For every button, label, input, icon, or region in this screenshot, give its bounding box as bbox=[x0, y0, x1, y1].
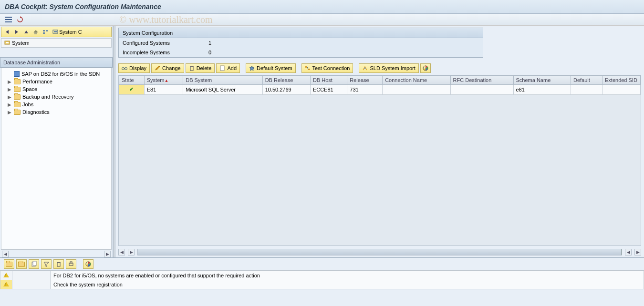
sld-import-button[interactable]: SLD System Import bbox=[359, 63, 418, 73]
btn-label: Delete bbox=[197, 65, 212, 71]
nav-up-icon[interactable] bbox=[22, 28, 31, 36]
btn-label: SLD System Import bbox=[370, 65, 415, 71]
svg-rect-2 bbox=[5, 21, 12, 22]
scroll-left-icon[interactable]: ◀ bbox=[118, 249, 125, 255]
col-db-host[interactable]: DB Host bbox=[310, 76, 347, 85]
scroll-left-icon[interactable]: ◀ bbox=[625, 249, 632, 255]
folder-icon bbox=[14, 94, 21, 100]
left-scrollbar[interactable]: ◀ ▶ bbox=[0, 250, 113, 257]
add-button[interactable]: Add bbox=[216, 63, 240, 73]
refresh-icon[interactable] bbox=[15, 15, 25, 24]
svg-marker-4 bbox=[6, 30, 9, 34]
col-ext-sid[interactable]: Extended SID bbox=[602, 76, 641, 85]
cell-db-system: Microsoft SQL Server bbox=[183, 85, 262, 95]
systems-table: State System▲ DB System DB Release DB Ho… bbox=[118, 75, 641, 246]
svg-line-26 bbox=[307, 67, 308, 70]
trash-icon bbox=[189, 65, 195, 71]
nav-tree-icon[interactable] bbox=[41, 28, 50, 36]
svg-point-27 bbox=[364, 68, 366, 69]
default-system-button[interactable]: Default System bbox=[246, 63, 296, 73]
color-legend-button[interactable] bbox=[420, 63, 431, 73]
copy-icon[interactable] bbox=[29, 259, 39, 269]
scroll-thumb[interactable] bbox=[138, 249, 622, 255]
col-conn-name[interactable]: Connection Name bbox=[383, 76, 450, 85]
tree-label: Backup and Recovery bbox=[22, 94, 74, 100]
info-row-configured: Configured Systems 1 bbox=[119, 38, 483, 48]
tree-item-performance[interactable]: ▶ Performance bbox=[2, 78, 110, 85]
message-row[interactable]: Check the system registration bbox=[0, 280, 644, 289]
scroll-right-icon[interactable]: ▶ bbox=[128, 249, 135, 255]
btn-label: Test Connection bbox=[312, 65, 350, 71]
scroll-left-icon[interactable]: ◀ bbox=[2, 251, 9, 257]
svg-rect-25 bbox=[308, 69, 310, 70]
tree-item-backup[interactable]: ▶ Backup and Recovery bbox=[2, 93, 110, 101]
col-release[interactable]: Release bbox=[347, 76, 383, 85]
filter-icon[interactable] bbox=[41, 259, 52, 269]
col-rfc[interactable]: RFC Destination bbox=[450, 76, 513, 85]
check-icon: ✔ bbox=[128, 86, 135, 93]
right-h-scrollbar[interactable]: ◀ ▶ ◀ ▶ bbox=[118, 248, 641, 256]
folder-closed-icon[interactable] bbox=[16, 259, 27, 269]
nav-system-button[interactable]: System C bbox=[51, 28, 84, 36]
cell-system: E81 bbox=[144, 85, 183, 95]
change-button[interactable]: Change bbox=[151, 63, 184, 73]
tree-item-sdn[interactable]: • SAP on DB2 for i5/OS in the SDN bbox=[2, 70, 110, 78]
svg-rect-8 bbox=[34, 32, 37, 34]
test-connection-button[interactable]: Test Connection bbox=[301, 63, 353, 73]
svg-point-17 bbox=[125, 68, 127, 70]
tree-item-jobs[interactable]: ▶ Jobs bbox=[2, 101, 110, 108]
folder-icon bbox=[14, 110, 21, 115]
scroll-track[interactable] bbox=[137, 249, 622, 255]
nav-tree: • SAP on DB2 for i5/OS in the SDN ▶ Perf… bbox=[1, 68, 112, 250]
message-row[interactable]: For DB2 for i5/OS, no systems are enable… bbox=[0, 271, 644, 280]
nav-back-icon[interactable] bbox=[3, 28, 11, 36]
svg-rect-20 bbox=[190, 67, 193, 71]
svg-marker-7 bbox=[33, 30, 38, 32]
svg-rect-24 bbox=[305, 66, 307, 68]
scroll-right-icon[interactable]: ▶ bbox=[634, 249, 641, 255]
trash-icon[interactable] bbox=[53, 259, 64, 269]
cell-db-host: ECCE81 bbox=[310, 85, 347, 95]
svg-marker-23 bbox=[249, 66, 254, 71]
svg-rect-10 bbox=[46, 30, 48, 31]
cell-release: 731 bbox=[347, 85, 383, 95]
tree-item-diagnostics[interactable]: ▶ Diagnostics bbox=[2, 108, 110, 116]
expand-icon[interactable]: ▶ bbox=[7, 79, 12, 84]
expand-icon[interactable]: ▶ bbox=[7, 94, 12, 100]
display-button[interactable]: Display bbox=[118, 63, 150, 73]
nav-breadcrumb[interactable]: System bbox=[1, 38, 112, 48]
scroll-right-icon[interactable]: ▶ bbox=[104, 251, 111, 257]
col-state[interactable]: State bbox=[119, 76, 145, 85]
info-label: Configured Systems bbox=[123, 40, 199, 46]
nav-home-icon[interactable] bbox=[31, 28, 40, 36]
menu-icon[interactable] bbox=[4, 15, 13, 24]
cell-schema: e81 bbox=[513, 85, 571, 95]
folder-icon bbox=[14, 102, 21, 107]
cell-conn bbox=[383, 85, 450, 95]
folder-open-icon[interactable] bbox=[4, 259, 14, 269]
expand-icon[interactable]: ▶ bbox=[7, 102, 12, 107]
expand-icon[interactable]: ▶ bbox=[7, 110, 12, 115]
col-db-system[interactable]: DB System bbox=[183, 76, 262, 85]
connection-icon bbox=[305, 65, 311, 71]
tree-item-space[interactable]: ▶ Space bbox=[2, 85, 110, 93]
star-icon bbox=[249, 65, 255, 71]
color-wheel-icon[interactable] bbox=[83, 259, 93, 269]
col-system[interactable]: System▲ bbox=[144, 76, 183, 85]
table-row[interactable]: ✔ E81 Microsoft SQL Server 10.50.2769 EC… bbox=[119, 85, 641, 95]
info-label: Incomplete Systems bbox=[123, 50, 199, 55]
nav-forward-icon[interactable] bbox=[12, 28, 21, 36]
btn-label: Add bbox=[227, 65, 237, 71]
breadcrumb-text: System bbox=[12, 40, 30, 46]
col-default[interactable]: Default bbox=[571, 76, 602, 85]
col-db-release[interactable]: DB Release bbox=[262, 76, 310, 85]
tree-label: Space bbox=[22, 86, 37, 92]
tree-label: SAP on DB2 for i5/OS in the SDN bbox=[21, 71, 100, 77]
page-title: DBA Cockpit: System Configuration Mainte… bbox=[0, 0, 644, 14]
col-schema[interactable]: Schema Name bbox=[513, 76, 571, 85]
msg-spacer bbox=[12, 271, 51, 280]
delete-button[interactable]: Delete bbox=[186, 63, 215, 73]
expand-icon[interactable]: ▶ bbox=[7, 87, 12, 92]
print-icon[interactable] bbox=[66, 259, 76, 269]
svg-rect-13 bbox=[54, 31, 57, 32]
